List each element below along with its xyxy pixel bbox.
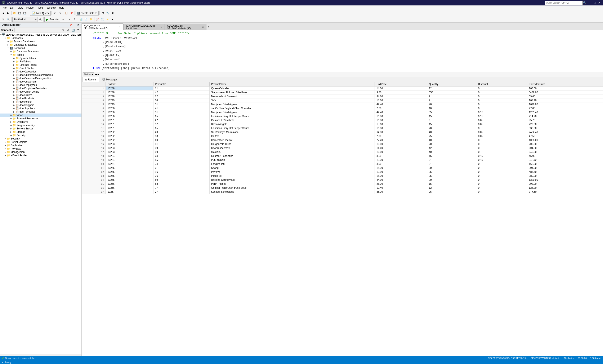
- oe-tree-item-9[interactable]: ▶ 📁 External Tables: [0, 63, 81, 67]
- table-cell-r2-c0[interactable]: 3: [82, 94, 106, 98]
- table-cell-r24-c0[interactable]: 25: [82, 182, 106, 186]
- table-row[interactable]: 31024872Mozzarella di Giovanni34.802069.…: [82, 94, 603, 98]
- table-cell-r12-c1[interactable]: 10252: [106, 134, 153, 138]
- new-query-button[interactable]: 📝 New Query: [30, 11, 51, 16]
- table-cell-r26-c2[interactable]: 27: [153, 190, 209, 194]
- table-cell-r10-c6[interactable]: 0: [476, 126, 527, 130]
- expand-icon[interactable]: ▶: [12, 101, 15, 103]
- table-cell-r26-c0[interactable]: 27: [82, 190, 106, 194]
- table-cell-r19-c6[interactable]: 0: [476, 162, 527, 166]
- save-all-btn[interactable]: 💾+: [23, 11, 28, 15]
- tab-scroll-right[interactable]: ▶: [207, 25, 210, 28]
- expand-icon[interactable]: ▶: [4, 154, 7, 156]
- table-cell-r16-c7[interactable]: 640.00: [527, 150, 603, 154]
- table-cell-r19-c1[interactable]: 10254: [106, 162, 153, 166]
- table-cell-r4-c1[interactable]: 10249: [106, 102, 153, 106]
- oe-tree-item-3[interactable]: ▶ 📁 Database Snapshots: [0, 43, 81, 47]
- table-cell-r14-c1[interactable]: 10253: [106, 142, 153, 146]
- expand-icon[interactable]: ▶: [12, 60, 15, 63]
- oe-horizontal-scrollbar[interactable]: [0, 354, 81, 356]
- oe-tree-item-1[interactable]: ▼ 📁 Databases: [0, 36, 81, 40]
- table-cell-r9-c6[interactable]: 0.05: [476, 122, 527, 126]
- table-cell-r20-c2[interactable]: 2: [153, 166, 209, 170]
- table-cell-r1-c5[interactable]: 555: [427, 91, 476, 94]
- expand-icon[interactable]: ▼: [4, 37, 7, 39]
- expand-icon[interactable]: ▶: [10, 114, 12, 116]
- table-cell-r7-c6[interactable]: 0.15: [476, 114, 527, 118]
- oe-tree-item-29[interactable]: ▶ 📁 Storage: [0, 130, 81, 134]
- table-cell-r25-c3[interactable]: Original Frankfurter gr?ne So?e: [209, 186, 375, 190]
- table-cell-r0-c3[interactable]: Queso Cabrales: [209, 86, 375, 91]
- table-row[interactable]: 171025349Maxilaku16.00400640.00: [82, 150, 603, 154]
- table-cell-r26-c7[interactable]: 877.50: [527, 190, 603, 194]
- table-cell-r17-c1[interactable]: 10254: [106, 154, 153, 158]
- table-cell-r0-c6[interactable]: 0: [476, 86, 527, 91]
- oe-tree-item-13[interactable]: ▶ 📋 dbo.CustomerDemographics: [0, 77, 81, 80]
- table-cell-r12-c7[interactable]: 47.50: [527, 134, 603, 138]
- expand-icon[interactable]: ▶: [12, 91, 15, 93]
- table-cell-r15-c2[interactable]: 39: [153, 146, 209, 150]
- table-cell-r12-c4[interactable]: 2.00: [375, 134, 427, 138]
- table-cell-r22-c7[interactable]: 380.00: [527, 174, 603, 178]
- table-cell-r3-c7[interactable]: 167.40: [527, 98, 603, 102]
- table-cell-r21-c1[interactable]: 10255: [106, 170, 153, 174]
- table-cell-r22-c1[interactable]: 10255: [106, 174, 153, 178]
- expand-icon[interactable]: ▶: [12, 64, 15, 66]
- table-cell-r10-c3[interactable]: Louisiana Fiery Hot Pepper Sauce: [209, 126, 375, 130]
- oe-refresh-btn[interactable]: 🔄: [71, 28, 76, 33]
- table-cell-r19-c2[interactable]: 74: [153, 162, 209, 166]
- table-cell-r23-c0[interactable]: 24: [82, 178, 106, 182]
- table-cell-r18-c3[interactable]: P?t? chinois: [209, 158, 375, 162]
- expand-icon[interactable]: ▶: [4, 141, 7, 143]
- table-cell-r9-c2[interactable]: 57: [153, 122, 209, 126]
- table-cell-r13-c0[interactable]: 14: [82, 138, 106, 142]
- table-cell-r14-c3[interactable]: Gorgonzola Telino: [209, 142, 375, 146]
- properties-btn[interactable]: 🔧: [105, 11, 110, 15]
- table-cell-r4-c5[interactable]: 40: [427, 102, 476, 106]
- table-cell-r17-c0[interactable]: 18: [82, 154, 106, 158]
- oe-tree-item-36[interactable]: ▶ 📁 XEvent Profiler: [0, 154, 81, 157]
- table-cell-r5-c2[interactable]: 41: [153, 106, 209, 110]
- expand-icon[interactable]: ▶: [4, 148, 7, 150]
- table-cell-r12-c2[interactable]: 33: [153, 134, 209, 138]
- oe-tree-item-19[interactable]: ▶ 📋 dbo.Products: [0, 97, 81, 100]
- results-tab-messages[interactable]: 💬 Messages: [99, 77, 120, 82]
- table-cell-r17-c2[interactable]: 24: [153, 154, 209, 158]
- oe-unpin-icon[interactable]: ─: [73, 24, 76, 26]
- oe-close-icon[interactable]: ✕: [77, 24, 80, 26]
- table-cell-r20-c3[interactable]: Chang: [209, 166, 375, 170]
- col-header-3[interactable]: ProductName: [209, 82, 375, 86]
- filter-btn[interactable]: ▽: [1, 17, 5, 22]
- table-cell-r14-c7[interactable]: 200.00: [527, 142, 603, 146]
- table-cell-r19-c5[interactable]: 21: [427, 162, 476, 166]
- expand-icon[interactable]: ▶: [12, 74, 15, 76]
- table-cell-r2-c7[interactable]: 69.60: [527, 94, 603, 98]
- table-cell-r13-c6[interactable]: 0: [476, 138, 527, 142]
- table-cell-r11-c6[interactable]: 0.05: [476, 130, 527, 134]
- expand-icon[interactable]: ▶: [7, 40, 10, 43]
- table-cell-r6-c0[interactable]: 7: [82, 110, 106, 114]
- table-cell-r14-c6[interactable]: 0: [476, 142, 527, 146]
- table-cell-r9-c4[interactable]: 15.60: [375, 122, 427, 126]
- expand-icon[interactable]: ▶: [10, 50, 12, 53]
- table-cell-r0-c5[interactable]: 12: [427, 86, 476, 91]
- table-cell-r5-c3[interactable]: Jack's New England Clam Chowder: [209, 106, 375, 110]
- table-cell-r13-c1[interactable]: 10252: [106, 138, 153, 142]
- open-btn[interactable]: 📂: [12, 11, 17, 15]
- expand-icon[interactable]: ▶: [12, 84, 15, 86]
- table-cell-r6-c3[interactable]: Manjimup Dried Apples: [209, 110, 375, 114]
- col-header-1[interactable]: OrderID: [106, 82, 153, 86]
- more-exec-btn[interactable]: ▸: [110, 17, 115, 22]
- undo-btn[interactable]: ↩: [53, 11, 57, 15]
- table-cell-r17-c6[interactable]: 0.15: [476, 154, 527, 158]
- table-cell-r8-c3[interactable]: Gustaf's Kn?ckebr?d: [209, 118, 375, 122]
- table-cell-r15-c1[interactable]: 10253: [106, 146, 153, 150]
- oe-tree-item-27[interactable]: ▶ 📁 Programmability: [0, 124, 81, 127]
- table-cell-r22-c3[interactable]: Inlagd Sill: [209, 174, 375, 178]
- table-cell-r19-c3[interactable]: Longlife Tofu: [209, 162, 375, 166]
- table-cell-r8-c1[interactable]: 10251: [106, 118, 153, 122]
- table-cell-r25-c6[interactable]: 0: [476, 186, 527, 190]
- table-cell-r12-c6[interactable]: 0.05: [476, 134, 527, 138]
- table-cell-r25-c0[interactable]: 26: [82, 186, 106, 190]
- table-row[interactable]: 181025424Guaran? Fant?stica3.60150.1545.…: [82, 154, 603, 158]
